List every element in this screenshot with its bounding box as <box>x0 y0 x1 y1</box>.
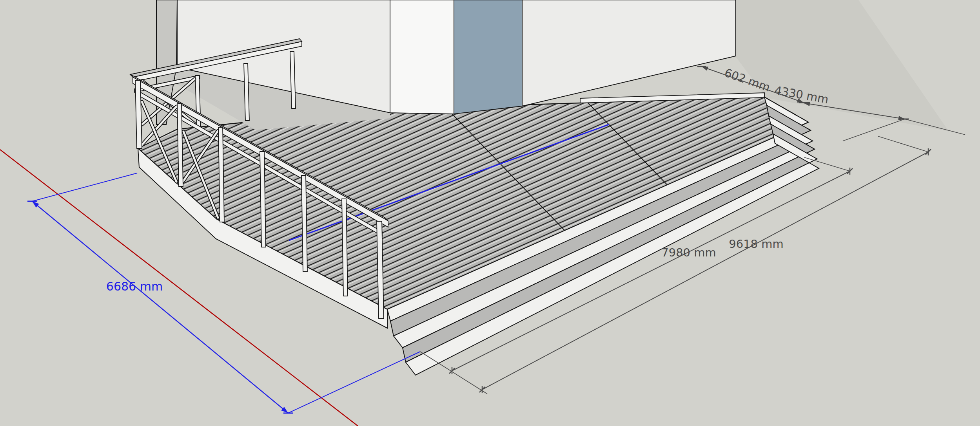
dimension-label-6686: 6686 mm <box>106 280 163 293</box>
building-door <box>454 0 522 114</box>
dimension-label-7980: 7980 mm <box>661 246 716 259</box>
building-wall-return <box>390 0 454 114</box>
railing-corner-post <box>135 80 142 148</box>
model-viewport[interactable]: 6686 mm 602 mm 4330 mm 7980 mm <box>0 0 980 426</box>
dimension-label-9618: 9618 mm <box>729 237 784 251</box>
